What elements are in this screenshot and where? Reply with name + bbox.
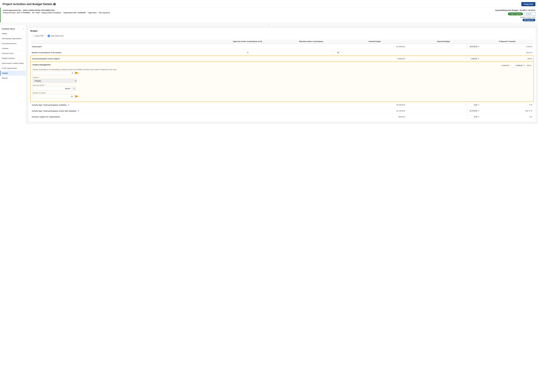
actions-button[interactable]: Actions ⋮ bbox=[524, 12, 535, 16]
reported-budget-input-inclusion[interactable] bbox=[466, 115, 478, 118]
page-title-text: Project Activities and Budget Details bbox=[3, 2, 52, 6]
sidebar-item-budget[interactable]: Budget bbox=[0, 71, 26, 76]
pm-percent: 100 % bbox=[527, 65, 531, 66]
awarded-inclusion: 800,00 € bbox=[343, 114, 406, 120]
col-header-percent: % Reported / Awarded bbox=[481, 40, 533, 44]
pm-participants-field: Number of participants not participating… bbox=[33, 69, 531, 75]
sidebar-item-associated-persons[interactable]: Associated persons bbox=[0, 41, 26, 46]
percent-mobilities: 0 % bbox=[481, 102, 533, 108]
chevron-down-icon: ⌄ bbox=[268, 23, 270, 25]
ellipsis-icon: ⋮ bbox=[532, 13, 534, 15]
pm-awarded: 6 000,00 € bbox=[501, 65, 509, 66]
arrow-indicator-1 bbox=[75, 71, 80, 75]
sidebar-title: Content menu bbox=[2, 28, 15, 30]
pm-container: Project management 6 000,00 € € 100 % bbox=[31, 62, 533, 102]
days-left-badge: 138 days left ! bbox=[523, 19, 535, 21]
export-pdf-button[interactable]: 📄 Export PDF bbox=[30, 34, 46, 38]
deadline-row: Deadline: 30 juil. 2024 bbox=[520, 16, 535, 18]
euro-sign: € bbox=[478, 116, 479, 118]
participants-input-cell: * bbox=[281, 51, 342, 54]
content-area: Budget 📄 Export PDF Hide empty items bbox=[26, 25, 538, 124]
sidebar-collapse-button[interactable]: ‹ bbox=[23, 28, 24, 30]
sidebar-item-mobility-activities[interactable]: Mobility Activities bbox=[0, 56, 26, 61]
row-label-inclusion: Inclusion support for organisations bbox=[30, 114, 216, 120]
row-label-activity-events-mobilities: Activity Type: Youth participation event… bbox=[30, 108, 216, 114]
toolbar-row: 📄 Export PDF Hide empty items bbox=[30, 34, 534, 38]
reported-participants-input[interactable] bbox=[331, 51, 340, 54]
sidebar-item-import-export[interactable]: Import-export mobility activity bbox=[0, 61, 26, 66]
percent-youth: 100 % bbox=[481, 56, 533, 62]
grant-number: Grant Agreement No. : 2023-1-HU01-KA154-… bbox=[3, 9, 110, 11]
pm-participants-label: Number of participants not participating… bbox=[33, 69, 531, 70]
sidebar-item-details[interactable]: Details bbox=[0, 31, 26, 36]
collapse-row[interactable]: ⌄ bbox=[0, 23, 538, 25]
awarded-mobilities: 19 540,00 € bbox=[343, 102, 406, 108]
sidebar-item-fewer-opportunities[interactable]: Fewer Opportunities bbox=[0, 66, 26, 71]
budget-section: Budget 📄 Export PDF Hide empty items bbox=[28, 28, 536, 122]
reported-budget-input-total[interactable] bbox=[466, 45, 478, 48]
pm-title: Project management bbox=[33, 64, 51, 66]
percent-inclusion: 0 % bbox=[481, 114, 533, 120]
row-label-youth-support: Youth participation events support bbox=[30, 56, 216, 62]
pm-months-label: Number of months bbox=[33, 92, 531, 94]
help-icon[interactable]: ? bbox=[53, 3, 56, 5]
sidebar: Content menu ‹ Details Participating org… bbox=[0, 25, 26, 124]
required-asterisk: * bbox=[341, 52, 342, 54]
pm-country-select[interactable]: Hungary Austria France Germany bbox=[33, 79, 77, 83]
acronym-line: Project Acronym : EAC IT TRAINING - NA :… bbox=[3, 12, 110, 14]
page-title: Project Activities and Budget Details ? bbox=[3, 2, 56, 6]
budget-table: Approved number of participants by NA Re… bbox=[30, 40, 534, 120]
banner-right: Awarded/Reported Budget : 54 455 € / 40 … bbox=[495, 9, 535, 21]
sidebar-item-participating-organisations[interactable]: Participating organisations bbox=[0, 36, 26, 41]
hide-empty-checkbox[interactable] bbox=[48, 35, 50, 37]
euro-sign: € bbox=[478, 58, 479, 60]
table-header-row: Approved number of participants by NA Re… bbox=[30, 40, 533, 44]
info-banner: Grant Agreement No. : 2023-1-HU01-KA154-… bbox=[0, 8, 538, 23]
awarded-youth: 2 000,00 € bbox=[343, 56, 406, 62]
col-header-reported-budget: Reported Budget bbox=[406, 40, 481, 44]
table-row: Youth participation events support 2 000… bbox=[30, 56, 533, 62]
euro-sign: € bbox=[478, 104, 479, 106]
col-header-awarded: Awarded budget bbox=[343, 40, 406, 44]
awarded-budget-display: Awarded/Reported Budget : 54 455 € / 40 … bbox=[495, 9, 535, 11]
col-header-approved: Approved number of participants by NA bbox=[216, 40, 279, 44]
awarded-events-mobilities: 23 115,00 € bbox=[343, 108, 406, 114]
required-asterisk: * bbox=[39, 76, 40, 78]
sidebar-header: Content menu ‹ bbox=[0, 25, 26, 31]
pm-grant-label: Grant per month * bbox=[33, 84, 531, 86]
sidebar-item-activities[interactable]: Activities bbox=[0, 46, 26, 51]
pm-num-months-input[interactable] bbox=[33, 94, 74, 98]
reported-budget-input-events-mobilities[interactable] bbox=[466, 109, 478, 112]
pm-reported-input: € bbox=[512, 64, 524, 67]
reported-input-total: € bbox=[408, 45, 479, 48]
arrow-indicator-2 bbox=[75, 94, 80, 98]
row-label-activity-mobilities: Activity Type: Youth participation mobil… bbox=[30, 102, 216, 108]
reported-budget-input-youth[interactable] bbox=[466, 57, 478, 60]
percent-participants: 26.67 % bbox=[481, 50, 533, 56]
pm-reported-budget-input[interactable] bbox=[512, 64, 523, 67]
awarded-total: 54 455,00 € bbox=[343, 44, 406, 50]
svg-marker-1 bbox=[75, 95, 79, 98]
reported-budget-input-mobilities[interactable] bbox=[466, 103, 478, 107]
row-label-total-project: Total project bbox=[30, 44, 216, 50]
table-row: Activity Type: Youth participation mobil… bbox=[30, 102, 533, 108]
add-activity-events-button[interactable]: + bbox=[78, 110, 79, 112]
approved-participants-75: 75 bbox=[216, 50, 279, 56]
hide-empty-row: Hide empty items bbox=[48, 35, 64, 37]
pm-country-field: Country * Hungary Austria France Germany bbox=[33, 76, 531, 83]
add-activity-mobilities-button[interactable]: + bbox=[68, 104, 69, 106]
table-row: Total project 54 455,00 € € 73.59 % bbox=[30, 44, 533, 50]
pm-grant-per-month-input[interactable] bbox=[33, 87, 72, 90]
reported-input-inclusion: € bbox=[408, 115, 479, 118]
pm-participants-input[interactable] bbox=[33, 71, 74, 75]
project-list-button[interactable]: Project list bbox=[521, 2, 535, 6]
sidebar-item-physical-events[interactable]: Physical events bbox=[0, 51, 26, 56]
status-row: Project ongoing Actions ⋮ bbox=[508, 12, 535, 16]
percent-total: 73.59 % bbox=[481, 44, 533, 50]
reported-input-youth: € bbox=[408, 57, 479, 60]
reported-input-mobilities: € bbox=[408, 103, 479, 107]
sidebar-item-reports[interactable]: Reports bbox=[0, 76, 26, 81]
pm-header: Project management 6 000,00 € € 100 % bbox=[33, 64, 531, 67]
euro-sign: € bbox=[478, 110, 479, 112]
percent-events-mobilities: 138.77 % bbox=[481, 108, 533, 114]
